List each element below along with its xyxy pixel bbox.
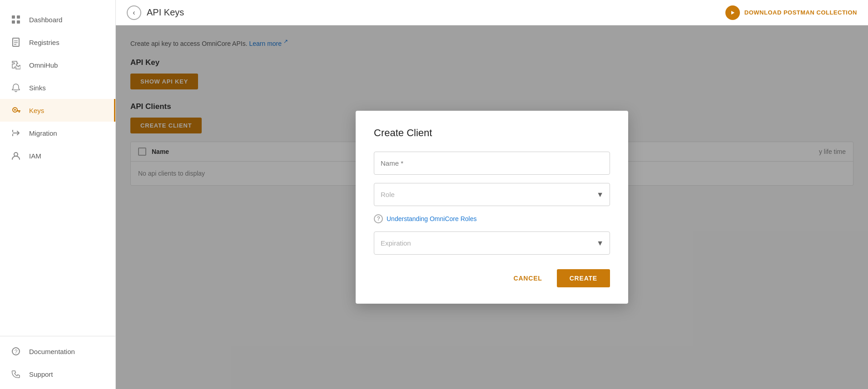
modal-title: Create Client [374,127,610,139]
sidebar-nav: Dashboard Registries OmniHub [0,0,115,336]
sidebar-item-label: Dashboard [29,16,62,24]
sidebar-bottom: ? Documentation Support [0,336,115,389]
back-button[interactable]: ‹ [127,5,141,20]
role-select-wrapper: Role Admin Reader Writer ▼ [374,183,610,206]
sidebar-item-keys[interactable]: Keys [0,99,115,122]
download-postman-label: DOWNLOAD POSTMAN COLLECTION [744,9,857,16]
person-icon [11,151,21,161]
modal-expiration-field: Expiration 30 days 60 days 90 days 1 yea… [374,231,610,255]
svg-rect-1 [17,15,20,19]
svg-text:?: ? [15,349,18,355]
modal-actions: CANCEL CREATE [374,269,610,287]
help-icon: ? [374,214,383,223]
grid-icon [11,15,21,25]
cancel-button[interactable]: CANCEL [504,269,552,287]
topbar: ‹ API Keys DOWNLOAD POSTMAN COLLECTION [116,0,868,25]
sidebar-item-iam[interactable]: IAM [0,144,115,167]
puzzle-icon [11,60,21,70]
modal-overlay[interactable]: Create Client Role Admin Reader Writer ▼ [116,25,868,389]
page-title: API Keys [147,7,184,18]
phone-icon [11,369,21,379]
migration-icon [11,128,21,138]
understanding-roles-link[interactable]: Understanding OmniCore Roles [387,215,476,222]
sidebar-item-label: IAM [29,152,41,160]
svg-point-9 [14,109,16,111]
expiration-select[interactable]: Expiration 30 days 60 days 90 days 1 yea… [374,231,610,255]
create-client-modal: Create Client Role Admin Reader Writer ▼ [356,111,628,304]
name-input[interactable] [374,152,610,175]
document-icon [11,37,21,47]
postman-icon [725,5,740,20]
svg-rect-11 [19,112,20,113]
understanding-roles-row: ? Understanding OmniCore Roles [374,214,610,223]
sidebar-item-migration[interactable]: Migration [0,122,115,144]
svg-rect-10 [16,110,20,112]
sidebar-item-omnihub[interactable]: OmniHub [0,54,115,76]
expiration-select-wrapper: Expiration 30 days 60 days 90 days 1 yea… [374,231,610,255]
main-area: ‹ API Keys DOWNLOAD POSTMAN COLLECTION C… [116,0,868,389]
key-icon [11,105,21,115]
modal-role-field: Role Admin Reader Writer ▼ [374,183,610,206]
role-select[interactable]: Role Admin Reader Writer [374,183,610,206]
sidebar-item-label: Sinks [29,84,46,92]
sidebar-item-label: Support [29,370,53,378]
main-content: Create api key to access OmniCore APIs. … [116,25,868,389]
sidebar-item-label: Migration [29,129,57,137]
sidebar-item-label: OmniHub [29,61,58,69]
svg-rect-2 [12,20,15,24]
svg-point-12 [14,153,18,156]
sidebar-item-dashboard[interactable]: Dashboard [0,8,115,31]
svg-rect-3 [17,20,20,24]
svg-rect-0 [12,15,15,19]
download-postman-button[interactable]: DOWNLOAD POSTMAN COLLECTION [725,5,857,20]
sidebar-item-documentation[interactable]: ? Documentation [0,340,115,363]
modal-name-field [374,152,610,175]
sidebar-item-label: Documentation [29,348,75,355]
help-circle-icon: ? [11,346,21,356]
sidebar-item-registries[interactable]: Registries [0,31,115,54]
bell-icon [11,83,21,93]
topbar-left: ‹ API Keys [127,5,184,20]
sidebar-item-sinks[interactable]: Sinks [0,76,115,99]
sidebar-item-label: Registries [29,39,60,46]
create-button[interactable]: CREATE [557,269,610,287]
sidebar: Dashboard Registries OmniHub [0,0,116,389]
svg-rect-4 [13,38,19,46]
sidebar-item-support[interactable]: Support [0,363,115,385]
sidebar-item-label: Keys [29,107,44,114]
